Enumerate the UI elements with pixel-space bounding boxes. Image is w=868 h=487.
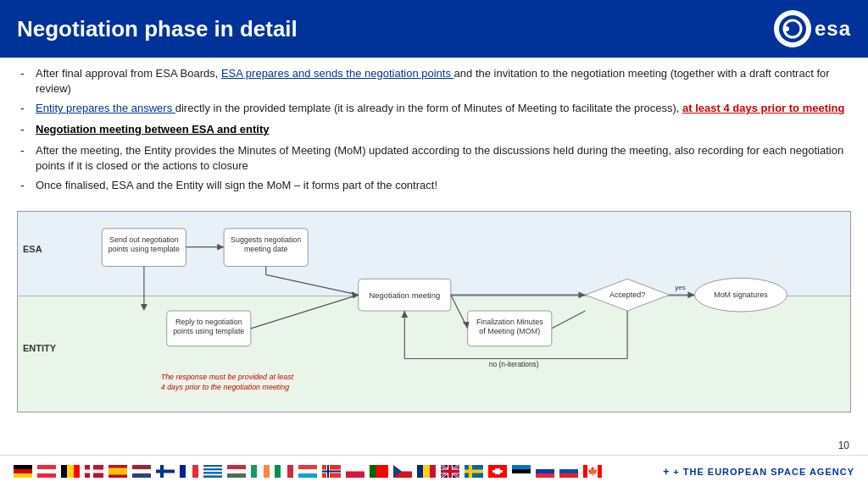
svg-rect-64	[156, 470, 175, 473]
flag-slovenia	[536, 465, 554, 478]
svg-rect-85	[298, 465, 317, 469]
bullet-text-4: After the meeting, the Entity provides t…	[36, 143, 848, 174]
footer: 🍁 + + THE EUROPEAN SPACE AGENCY	[0, 455, 868, 487]
flag-romania	[417, 465, 436, 478]
svg-rect-51	[61, 465, 67, 478]
svg-marker-42	[217, 243, 224, 250]
svg-rect-65	[180, 465, 186, 478]
svg-rect-120	[512, 473, 531, 478]
content-area: - After final approval from ESA Boards, …	[0, 58, 868, 204]
svg-rect-67	[192, 465, 198, 478]
flag-belgium	[61, 465, 80, 478]
esa-logo-circle	[774, 10, 811, 47]
flag-luxembourg	[298, 465, 317, 478]
esa-prepares-link: ESA prepares and sends the negotiation p…	[221, 67, 454, 80]
svg-rect-114	[465, 470, 483, 473]
svg-text:The response must be provided : The response must be provided at least	[161, 373, 294, 381]
svg-rect-45	[14, 465, 32, 469]
bullet-list: - After final approval from ESA Boards, …	[20, 66, 848, 195]
svg-text:Send out negotiation: Send out negotiation	[109, 235, 179, 243]
svg-rect-86	[298, 469, 317, 473]
diagram-svg: Send out negotiation points using templa…	[18, 212, 850, 412]
flag-slovakia	[559, 465, 578, 478]
svg-rect-129	[598, 465, 602, 478]
bullet-dash: -	[20, 178, 36, 195]
svg-marker-38	[401, 311, 408, 318]
svg-rect-72	[203, 470, 222, 472]
svg-rect-94	[346, 472, 364, 479]
svg-rect-117	[492, 470, 503, 473]
svg-text:🍁: 🍁	[587, 466, 598, 477]
svg-rect-48	[37, 465, 56, 469]
svg-rect-70	[203, 467, 222, 468]
esa-logo-text: esa	[815, 17, 851, 41]
flag-canada: 🍁	[583, 465, 602, 478]
flag-austria	[37, 465, 56, 478]
flag-poland	[346, 465, 364, 478]
svg-rect-84	[287, 465, 293, 478]
bullet-text-5: Once finalised, ESA and the Entity will …	[36, 178, 437, 193]
svg-line-26	[251, 295, 359, 329]
svg-rect-124	[559, 465, 578, 469]
svg-rect-102	[430, 465, 436, 478]
svg-rect-49	[37, 469, 56, 473]
flag-switzerland	[488, 465, 507, 478]
flag-czech	[393, 465, 412, 478]
bullet-dash: -	[20, 101, 36, 118]
svg-rect-78	[227, 473, 246, 478]
flag-spain	[108, 465, 127, 478]
svg-rect-46	[14, 469, 32, 473]
svg-rect-87	[298, 473, 317, 478]
flag-italy	[275, 465, 293, 478]
agency-label: + THE EUROPEAN SPACE AGENCY	[673, 467, 854, 477]
flag-netherlands	[132, 465, 151, 478]
svg-line-24	[266, 274, 359, 295]
svg-marker-31	[579, 291, 586, 298]
flag-row: 🍁	[14, 465, 602, 478]
entity-prepares-link: Entity prepares the answers	[36, 102, 175, 114]
flag-portugal	[370, 465, 388, 478]
svg-rect-80	[257, 465, 264, 478]
svg-rect-123	[536, 473, 554, 478]
page-number: 10	[838, 440, 849, 451]
page-title: Negotiation phase in detail	[17, 16, 298, 42]
svg-rect-69	[203, 465, 222, 467]
svg-rect-118	[512, 465, 531, 469]
svg-text:points using template: points using template	[173, 326, 244, 335]
footer-agency-text: + + THE EUROPEAN SPACE AGENCY	[663, 466, 854, 478]
diagram-container: ESA ENTITY Send out negotiation points u…	[17, 211, 851, 412]
svg-rect-121	[536, 465, 554, 469]
svg-rect-96	[376, 465, 388, 478]
esa-logo-icon	[777, 14, 808, 44]
svg-rect-71	[203, 468, 222, 470]
svg-rect-77	[227, 469, 246, 473]
flag-finland	[156, 465, 175, 478]
svg-text:Negotiation meeting: Negotiation meeting	[369, 291, 440, 300]
svg-rect-119	[512, 469, 531, 473]
svg-marker-33	[687, 291, 694, 298]
flag-estonia	[512, 465, 531, 478]
svg-rect-59	[132, 465, 151, 469]
flag-denmark	[85, 465, 103, 478]
flag-greece	[203, 465, 222, 478]
flag-sweden	[465, 465, 483, 478]
svg-rect-60	[132, 469, 151, 473]
svg-rect-126	[559, 473, 578, 478]
svg-rect-101	[423, 465, 430, 478]
flag-germany	[14, 465, 32, 478]
svg-point-2	[784, 26, 789, 31]
svg-text:Finalization Minutes: Finalization Minutes	[476, 317, 543, 325]
svg-rect-122	[536, 469, 554, 473]
svg-rect-74	[203, 474, 222, 476]
list-item: - Entity prepares the answers directly i…	[20, 101, 848, 118]
svg-rect-73	[203, 472, 222, 473]
list-item: - After final approval from ESA Boards, …	[20, 66, 848, 97]
list-item: - After the meeting, the Entity provides…	[20, 143, 848, 174]
svg-rect-92	[322, 471, 341, 473]
flag-ireland	[251, 465, 270, 478]
svg-line-40	[552, 311, 586, 329]
svg-text:meeting date: meeting date	[244, 244, 288, 252]
flag-france	[180, 465, 198, 478]
svg-marker-27	[352, 291, 359, 298]
svg-text:MoM signatures: MoM signatures	[714, 291, 768, 299]
